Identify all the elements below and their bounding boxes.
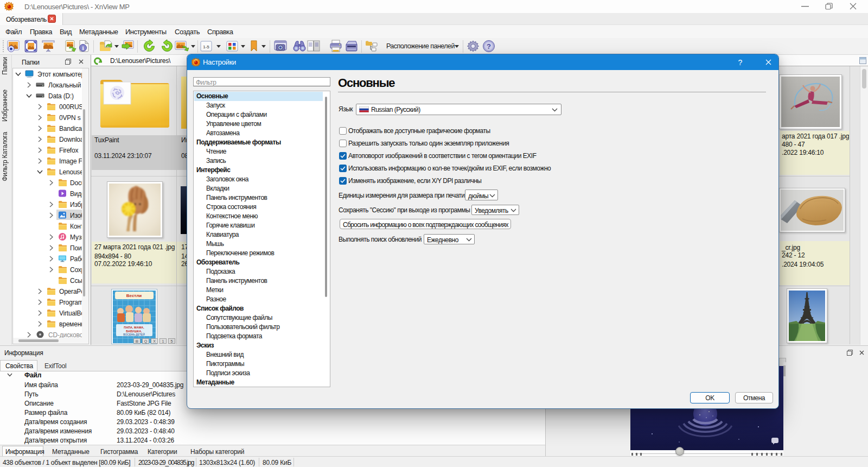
- svg-text:1-5: 1-5: [203, 45, 209, 49]
- svg-text:5: 5: [171, 339, 173, 343]
- svg-text:?: ?: [487, 42, 491, 51]
- svg-text:Q: Q: [144, 339, 148, 344]
- svg-text:Вестли: Вестли: [126, 293, 142, 298]
- svg-text:i: i: [82, 45, 84, 51]
- svg-text:⊞: ⊞: [136, 339, 139, 343]
- svg-text:X: X: [153, 339, 156, 343]
- svg-text:ВОСЕМЬ ДЕТЕЙ: ВОСЕМЬ ДЕТЕЙ: [123, 332, 145, 336]
- svg-text:ПАПА, МАМА,: ПАПА, МАМА,: [124, 326, 144, 329]
- svg-text:1: 1: [162, 339, 164, 343]
